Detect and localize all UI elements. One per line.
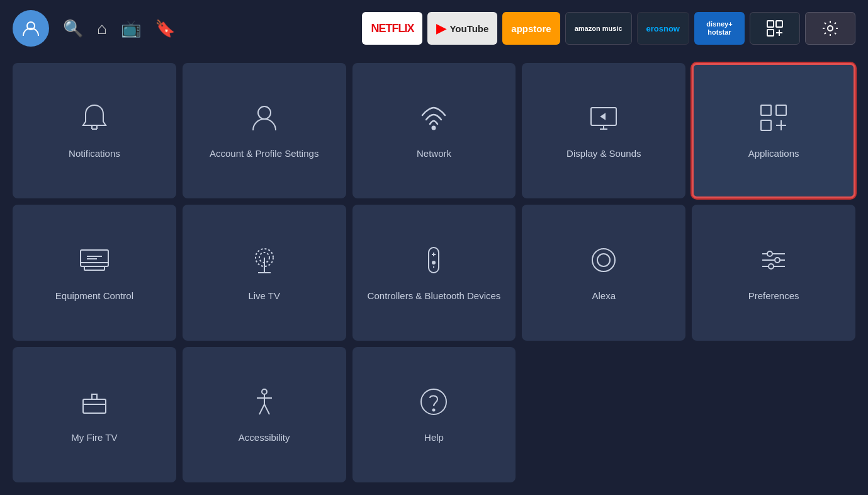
applications-label: Applications [748,147,799,160]
alexa-tile[interactable]: Alexa [522,205,685,340]
svg-point-6 [828,26,833,31]
bookmark-icon[interactable]: 🔖 [155,19,175,38]
live-tv-label: Live TV [248,290,280,302]
hotstar-label: disney+hotstar [706,20,732,37]
appstore-app-button[interactable]: appstore [502,12,560,45]
remote-icon [417,244,450,281]
search-icon[interactable]: 🔍 [63,19,83,38]
settings-gear-icon [821,20,839,37]
svg-point-11 [432,127,436,130]
svg-rect-2 [776,21,782,27]
live-tv-tile[interactable]: Live TV [183,205,346,340]
applications-tile[interactable]: Applications [692,63,855,198]
settings-grid: Notifications Account & Profile Settings… [0,57,868,495]
svg-point-10 [258,106,271,119]
account-profile-tile[interactable]: Account & Profile Settings [183,63,346,198]
netflix-app-button[interactable]: NETFLIX [362,12,422,45]
svg-point-33 [432,261,435,264]
svg-point-47 [262,389,267,394]
accessibility-label: Accessibility [239,431,290,444]
svg-line-51 [264,404,269,414]
svg-point-35 [592,249,615,271]
svg-line-50 [259,404,264,414]
display-icon [587,101,620,139]
header: 🔍 ⌂ 📺 🔖 NETFLIX ▶ YouTube appstore amazo… [0,0,868,57]
svg-point-41 [775,258,780,263]
controllers-bluetooth-label: Controllers & Bluetooth Devices [368,290,501,302]
svg-rect-45 [92,394,97,399]
svg-rect-30 [429,248,439,273]
appstore-label: appstore [511,23,551,34]
svg-rect-17 [761,120,771,130]
hotstar-app-button[interactable]: disney+hotstar [694,12,745,45]
youtube-logo-icon: ▶ [436,21,446,36]
my-fire-tv-label: My Fire TV [71,431,117,444]
network-label: Network [417,147,451,160]
alexa-label: Alexa [592,290,616,302]
wifi-icon [417,101,450,139]
svg-point-40 [767,251,772,256]
svg-rect-43 [83,399,106,413]
home-icon[interactable]: ⌂ [97,19,107,38]
header-apps: NETFLIX ▶ YouTube appstore amazon music … [362,12,855,45]
youtube-app-button[interactable]: ▶ YouTube [427,12,497,45]
monitor-icon [78,244,111,281]
notifications-label: Notifications [69,147,120,160]
equipment-control-label: Equipment Control [55,290,133,302]
display-sounds-tile[interactable]: Display & Sounds [522,63,685,198]
firetv-icon [78,385,111,423]
svg-rect-3 [767,30,774,36]
svg-rect-1 [767,21,774,27]
antenna-icon [248,244,281,281]
amazon-music-label: amazon music [575,25,623,32]
amazon-music-app-button[interactable]: amazon music [565,12,632,45]
controllers-bluetooth-tile[interactable]: Controllers & Bluetooth Devices [352,205,516,340]
network-tile[interactable]: Network [352,63,516,198]
my-fire-tv-tile[interactable]: My Fire TV [13,347,176,482]
sliders-icon [757,244,790,281]
person-icon [248,101,281,139]
help-label: Help [424,431,444,444]
svg-point-36 [597,254,610,266]
youtube-label: YouTube [449,23,488,34]
notifications-tile[interactable]: Notifications [13,63,176,198]
equipment-control-tile[interactable]: Equipment Control [13,205,176,340]
help-icon [417,385,450,423]
erosnow-label: erosnow [646,24,680,33]
netflix-label: NETFLIX [371,22,414,35]
tv-icon[interactable]: 📺 [121,19,141,38]
display-sounds-label: Display & Sounds [566,147,641,160]
settings-button[interactable] [805,12,855,45]
bell-icon [78,101,111,139]
header-left: 🔍 ⌂ 📺 🔖 [13,10,362,47]
apps-icon [757,101,790,139]
firetv-grid-button[interactable] [750,12,800,45]
preferences-label: Preferences [748,290,799,302]
empty-slot-1 [522,347,685,482]
erosnow-app-button[interactable]: erosnow [637,12,689,45]
firetv-grid-icon [766,20,784,37]
help-tile[interactable]: Help [352,347,516,482]
empty-slot-2 [692,347,855,482]
svg-rect-23 [84,266,104,270]
avatar[interactable] [13,10,49,47]
alexa-icon [587,244,620,281]
accessibility-tile[interactable]: Accessibility [183,347,346,482]
svg-point-53 [433,409,435,411]
svg-rect-16 [776,105,786,115]
svg-point-42 [769,264,774,269]
svg-rect-15 [761,105,771,115]
account-profile-label: Account & Profile Settings [210,147,318,160]
preferences-tile[interactable]: Preferences [692,205,855,340]
accessibility-icon [248,385,281,423]
